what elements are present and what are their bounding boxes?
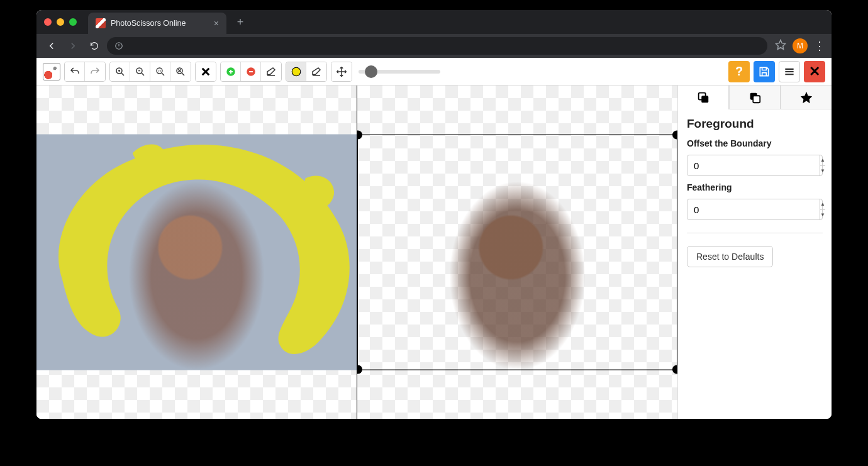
nav-reload-button[interactable] <box>86 37 103 55</box>
traffic-lights <box>44 18 77 26</box>
offset-step-down[interactable]: ▼ <box>820 166 825 176</box>
browser-tab[interactable]: PhotoScissors Online × <box>88 13 226 34</box>
nav-back-button[interactable] <box>43 37 60 55</box>
tab-close-icon[interactable]: × <box>214 18 219 28</box>
content-area: Foreground Offset the Boundary ▲ ▼ Feath… <box>36 86 832 419</box>
app-menu-button[interactable] <box>779 61 800 82</box>
clear-group <box>195 62 216 82</box>
browser-menu-icon[interactable]: ⋮ <box>814 39 825 53</box>
favicon-icon <box>96 18 106 28</box>
foreground-marker-button[interactable] <box>221 62 241 81</box>
undo-button[interactable] <box>65 62 85 81</box>
zoom-in-button[interactable] <box>110 62 130 81</box>
hair-marker-overlay <box>36 135 357 370</box>
result-pane[interactable] <box>357 86 677 419</box>
crop-handle-top-right[interactable] <box>672 131 677 140</box>
zoom-actual-button[interactable]: 1:1 <box>150 62 170 81</box>
browser-tab-bar: PhotoScissors Online × + <box>36 10 832 34</box>
feather-label: Feathering <box>687 182 823 192</box>
feather-step-down[interactable]: ▼ <box>820 210 825 220</box>
feather-input[interactable] <box>687 204 820 215</box>
photoscissors-logo-icon[interactable] <box>43 63 60 80</box>
zoom-group: 1:1 <box>109 62 191 82</box>
url-input[interactable] <box>107 37 767 55</box>
source-image <box>36 135 357 370</box>
browser-address-bar: M ⋮ <box>36 34 832 58</box>
window-close-dot[interactable] <box>44 18 52 26</box>
zoom-out-button[interactable] <box>130 62 150 81</box>
reset-defaults-button[interactable]: Reset to Defaults <box>687 246 773 267</box>
tab-title: PhotoScissors Online <box>111 19 186 28</box>
crop-handle-top-left[interactable] <box>357 131 362 140</box>
offset-stepper: ▲ ▼ <box>820 155 825 175</box>
help-button[interactable]: ? <box>728 61 750 82</box>
profile-avatar[interactable]: M <box>793 38 808 53</box>
feather-field-wrap: ▲ ▼ <box>687 199 823 220</box>
browser-window: PhotoScissors Online × + M ⋮ <box>36 10 832 419</box>
history-group <box>64 62 106 82</box>
right-tool-group: ? ✕ <box>728 61 825 82</box>
edit-pane[interactable] <box>36 86 357 419</box>
offset-label: Offset the Boundary <box>687 138 823 148</box>
panel-body: Foreground Offset the Boundary ▲ ▼ Feath… <box>678 109 832 275</box>
panel-title: Foreground <box>687 117 823 131</box>
effects-tab[interactable] <box>781 86 832 109</box>
offset-input[interactable] <box>687 160 820 171</box>
panel-divider <box>687 233 823 233</box>
svg-point-8 <box>292 67 301 76</box>
clear-marks-button[interactable] <box>196 62 216 81</box>
app-toolbar: 1:1 <box>36 58 832 86</box>
offset-step-up[interactable]: ▲ <box>820 155 825 166</box>
foreground-tab[interactable] <box>678 86 729 109</box>
svg-rect-12 <box>753 96 760 103</box>
svg-rect-10 <box>701 96 708 103</box>
marker-eraser-button[interactable] <box>261 62 281 81</box>
side-panel: Foreground Offset the Boundary ▲ ▼ Feath… <box>677 86 832 419</box>
feather-stepper: ▲ ▼ <box>820 199 825 219</box>
bookmark-star-icon[interactable] <box>775 39 786 53</box>
background-marker-button[interactable] <box>241 62 261 81</box>
feather-step-up[interactable]: ▲ <box>820 199 825 210</box>
browser-right-icons: M ⋮ <box>771 38 825 53</box>
slider-thumb[interactable] <box>365 65 377 78</box>
app-close-button[interactable]: ✕ <box>804 61 825 82</box>
canvas-area <box>36 86 677 419</box>
pan-group <box>331 62 352 82</box>
crop-handle-bottom-right[interactable] <box>672 365 677 374</box>
window-zoom-dot[interactable] <box>69 18 77 26</box>
nav-forward-button[interactable] <box>64 37 82 55</box>
offset-field-wrap: ▲ ▼ <box>687 155 823 176</box>
zoom-fit-button[interactable] <box>170 62 191 81</box>
pan-button[interactable] <box>331 62 352 81</box>
save-button[interactable] <box>754 61 775 82</box>
marker-group <box>220 62 282 82</box>
svg-text:1:1: 1:1 <box>157 69 162 72</box>
avatar-letter: M <box>797 42 803 50</box>
panel-tabs <box>678 86 832 109</box>
hair-eraser-button[interactable] <box>306 62 326 81</box>
new-tab-button[interactable]: + <box>231 13 249 31</box>
hair-group <box>286 62 327 82</box>
crop-frame[interactable] <box>357 135 677 370</box>
background-tab[interactable] <box>729 86 781 109</box>
brush-size-slider[interactable] <box>359 70 440 74</box>
window-minimize-dot[interactable] <box>57 18 64 26</box>
redo-button[interactable] <box>85 62 105 81</box>
hair-marker-button[interactable] <box>286 62 306 81</box>
